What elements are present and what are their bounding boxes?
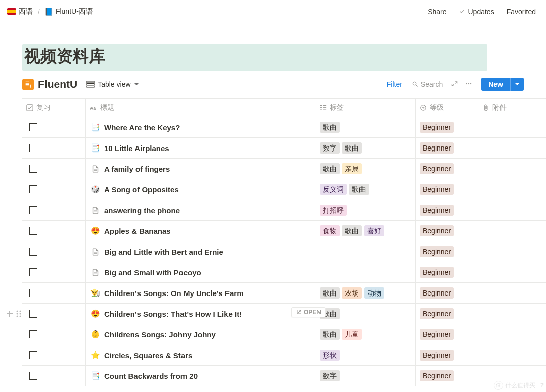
table-row[interactable]: answering the phoneOPEN打招呼Beginner	[22, 200, 546, 221]
cell-attach[interactable]	[478, 159, 546, 179]
cell-check[interactable]	[22, 262, 86, 282]
cell-attach[interactable]	[478, 345, 546, 365]
view-switcher[interactable]: Table view	[83, 79, 142, 90]
cell-tags[interactable]: 数字歌曲	[315, 138, 416, 158]
cell-tags[interactable]: 反义词歌曲	[315, 179, 416, 200]
cell-title[interactable]: Big and Small with Pocoyo	[86, 262, 315, 282]
search-button[interactable]: Search	[407, 78, 447, 90]
breadcrumb-current[interactable]: 📘 FluntU-西语	[43, 6, 95, 17]
column-header-check[interactable]: 复习	[22, 99, 86, 117]
table-row[interactable]: 👶Childrens Songs: Johny JohnyOPEN歌曲儿童Beg…	[22, 324, 546, 345]
cell-title[interactable]: 📑Count Backwards from 20	[86, 366, 315, 386]
cell-attach[interactable]	[478, 117, 546, 137]
new-button[interactable]: New	[481, 78, 510, 91]
cell-title[interactable]: Big and Little with Bert and Ernie	[86, 241, 315, 262]
database-title[interactable]: FluentU	[22, 78, 77, 90]
table-row[interactable]: Big and Little with Bert and ErnieOPENBe…	[22, 241, 546, 262]
table-row[interactable]: 👨‍🌾Children's Songs: On My Uncle's FarmO…	[22, 283, 546, 304]
open-button[interactable]: OPEN	[291, 307, 326, 317]
cell-level[interactable]: Beginner	[416, 241, 478, 262]
cell-check[interactable]	[22, 138, 86, 158]
checkbox[interactable]	[29, 227, 37, 235]
cell-attach[interactable]	[478, 324, 546, 345]
row-handle[interactable]	[5, 308, 23, 319]
cell-check[interactable]	[22, 200, 86, 220]
cell-attach[interactable]	[478, 283, 546, 303]
add-row-icon[interactable]	[5, 308, 14, 319]
checkbox[interactable]	[29, 165, 37, 173]
cell-level[interactable]: Beginner	[416, 262, 478, 282]
cell-tags[interactable]: 数字	[315, 366, 416, 386]
cell-level[interactable]: Beginner	[416, 304, 478, 324]
table-row[interactable]: Big and Small with PocoyoOPENBeginner	[22, 262, 546, 283]
cell-check[interactable]	[22, 159, 86, 179]
cell-title[interactable]: 😍Apples & Bananas	[86, 221, 315, 241]
checkbox[interactable]	[29, 123, 37, 131]
cell-attach[interactable]	[478, 241, 546, 262]
table-row[interactable]: ⭐Circles, Squares & StarsOPEN形状Beginner	[22, 345, 546, 366]
column-header-attach[interactable]: 附件	[478, 99, 546, 117]
column-header-title[interactable]: Aa 標題	[86, 99, 315, 117]
checkbox[interactable]	[29, 185, 37, 193]
cell-level[interactable]: Beginner	[416, 117, 478, 137]
table-row[interactable]: A family of fingersOPEN歌曲亲属Beginner	[22, 159, 546, 179]
cell-check[interactable]	[22, 241, 86, 262]
cell-title[interactable]: 🎲A Song of Opposites	[86, 179, 315, 200]
cell-tags[interactable]: 食物歌曲喜好	[315, 221, 416, 241]
page-title[interactable]: 视频资料库	[24, 45, 484, 68]
cell-title[interactable]: 📑10 Little Airplanes	[86, 138, 315, 158]
favorite-button[interactable]: Favorited	[505, 6, 538, 18]
cell-check[interactable]	[22, 283, 86, 303]
filter-button[interactable]: Filter	[383, 78, 406, 90]
cell-attach[interactable]	[478, 221, 546, 241]
cell-check[interactable]	[22, 324, 86, 345]
cell-check[interactable]	[22, 179, 86, 200]
checkbox[interactable]	[29, 206, 37, 214]
table-row[interactable]: 😍Apples & BananasOPEN食物歌曲喜好Beginner	[22, 221, 546, 241]
cell-level[interactable]: Beginner	[416, 366, 478, 386]
cell-check[interactable]	[22, 366, 86, 386]
cell-attach[interactable]	[478, 304, 546, 324]
table-row[interactable]: 🎲A Song of OppositesOPEN反义词歌曲Beginner	[22, 179, 546, 200]
cell-level[interactable]: Beginner	[416, 221, 478, 241]
checkbox[interactable]	[29, 268, 37, 276]
cell-title[interactable]: answering the phone	[86, 200, 315, 220]
cell-level[interactable]: Beginner	[416, 345, 478, 365]
column-header-tags[interactable]: 标签	[315, 99, 416, 117]
cell-attach[interactable]	[478, 200, 546, 220]
cell-tags[interactable]: 歌曲农场动物	[315, 283, 416, 303]
cell-attach[interactable]	[478, 262, 546, 282]
table-row[interactable]: 📑 Where Are the Keys?OPEN歌曲Beginner	[22, 117, 546, 138]
checkbox[interactable]	[29, 144, 37, 152]
cell-tags[interactable]: 歌曲	[315, 304, 416, 324]
cell-attach[interactable]	[478, 138, 546, 158]
checkbox[interactable]	[29, 310, 37, 318]
cell-title[interactable]: 👨‍🌾Children's Songs: On My Uncle's Farm	[86, 283, 315, 303]
cell-level[interactable]: Beginner	[416, 200, 478, 220]
cell-title[interactable]: 📑 Where Are the Keys?	[86, 117, 315, 137]
cell-level[interactable]: Beginner	[416, 283, 478, 303]
cell-level[interactable]: Beginner	[416, 159, 478, 179]
table-row[interactable]: 📑10 Little AirplanesOPEN数字歌曲Beginner	[22, 138, 546, 159]
cell-tags[interactable]: 歌曲亲属	[315, 159, 416, 179]
share-button[interactable]: Share	[426, 6, 448, 18]
cell-tags[interactable]: 形状	[315, 345, 416, 365]
drag-icon[interactable]	[14, 308, 23, 319]
cell-level[interactable]: Beginner	[416, 324, 478, 345]
cell-tags[interactable]: 打招呼	[315, 200, 416, 220]
breadcrumb-parent[interactable]: 西语	[5, 6, 35, 17]
cell-check[interactable]	[22, 304, 86, 324]
cell-tags[interactable]: 歌曲儿童	[315, 324, 416, 345]
checkbox[interactable]	[29, 330, 37, 338]
table-row[interactable]: 📑Count Backwards from 20OPEN数字Beginner	[22, 366, 546, 386]
column-header-level[interactable]: 等级	[416, 99, 478, 117]
cell-title[interactable]: A family of fingers	[86, 159, 315, 179]
updates-button[interactable]: Updates	[457, 6, 496, 18]
checkbox[interactable]	[29, 351, 37, 359]
cell-tags[interactable]	[315, 262, 416, 282]
checkbox[interactable]	[29, 372, 37, 380]
cell-title[interactable]: ⭐Circles, Squares & Stars	[86, 345, 315, 365]
cell-title[interactable]: 👶Childrens Songs: Johny Johny	[86, 324, 315, 345]
cell-level[interactable]: Beginner	[416, 138, 478, 158]
cell-tags[interactable]	[315, 241, 416, 262]
